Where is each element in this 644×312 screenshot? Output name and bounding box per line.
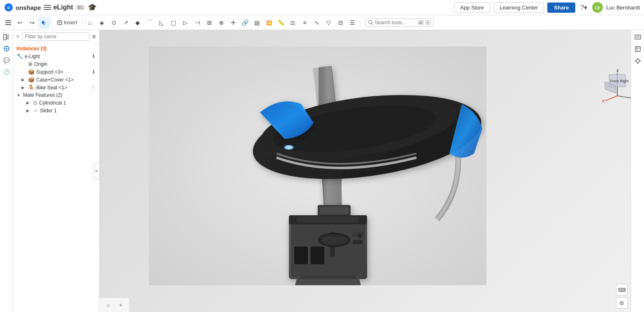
toolbar-sweep-icon[interactable]: ↗ [120,17,132,28]
toolbar-curvature-icon[interactable]: ∿ [311,17,323,28]
toolbar-separator-3 [360,19,360,27]
bike-seat-expand[interactable]: ▶ [21,85,26,90]
hat-icon: 🎓 [88,3,97,12]
cylindrical-expand[interactable]: ▶ [26,100,31,105]
toolbar-select-icon[interactable] [38,17,50,28]
toolbar-isocurve-icon[interactable]: ⊟ [335,17,346,28]
home-view-icon[interactable]: ⌂ [103,300,114,310]
svg-text:LB: LB [595,6,600,10]
help-button[interactable]: ?▾ [579,3,589,12]
toolbar-insert-button[interactable]: + Insert [53,18,81,27]
hamburger-icon[interactable] [44,4,51,11]
svg-rect-8 [5,22,11,23]
toolbar-mate-icon[interactable]: 🔗 [239,17,251,28]
toolbar-loft-icon[interactable]: ◆ [132,17,144,28]
svg-point-40 [322,236,346,244]
toolbar-draft-analysis-icon[interactable]: ▽ [323,17,335,28]
toolbar-pattern-icon[interactable]: ⊞ [204,17,215,28]
right-panel-icon-2[interactable] [632,44,643,54]
svg-rect-62 [637,63,638,64]
svg-point-29 [286,146,292,149]
toolbar-sketch-icon[interactable]: ⌂ [84,17,96,28]
settings-icon[interactable]: ⚙ [616,297,628,309]
tree-item-cylindrical[interactable]: ▶ ⊙ Cylindrical 1 [13,99,99,107]
toolbar-redo-icon[interactable]: ↪ [26,17,38,28]
bottom-right-icons: ⌨ ⚙ [616,284,628,309]
svg-rect-21 [93,35,96,36]
mate-features-expand[interactable]: ▼ [16,93,21,98]
3d-canvas[interactable]: Z X Front Right [100,30,644,312]
right-side-panel [631,30,644,312]
svg-rect-7 [5,20,11,21]
sidebar-history-icon[interactable]: 🕐 [1,66,12,77]
right-panel-icon-3[interactable] [632,56,643,66]
tree-item-bike-seat[interactable]: ▶ 🪑 Bike Seat <1> ⋮ [13,84,99,91]
instances-label: Instances (3) [13,44,99,52]
case-cover-expand[interactable]: ▶ [21,77,26,82]
avatar[interactable]: LB [592,2,603,13]
search-tools-area[interactable]: alt C [365,19,434,27]
toolbar-boolean-icon[interactable]: ⊕ [216,17,227,28]
share-button[interactable]: Share [547,2,575,13]
sidebar-parts-icon[interactable] [1,43,12,54]
svg-text:o: o [7,5,10,10]
viewport[interactable]: Z X Front Right [100,30,644,312]
sidebar-feature-tree-icon[interactable] [1,32,12,42]
svg-line-13 [372,23,373,25]
project-name: eLight [53,4,73,11]
tree-list-view-icon[interactable] [92,33,96,40]
toolbar-revolve-icon[interactable]: ⊙ [108,17,120,28]
svg-rect-36 [294,246,308,265]
slider-expand[interactable]: ▶ [26,108,31,113]
support-action-icon[interactable]: ⬇ [91,69,96,75]
tree-item-mate-features[interactable]: ▼ Mate Features (2) [13,91,99,99]
search-kbd-c: C [425,20,431,25]
toolbar-fillet-icon[interactable]: ⌒ [144,17,156,28]
search-tools-input[interactable] [375,20,416,26]
toolbar-chamfer-icon[interactable]: ◺ [156,17,167,28]
toolbar-extrude-icon[interactable]: ◈ [96,17,108,28]
toolbar-display-states-icon[interactable]: ☰ [347,17,358,28]
e-light-action-icon[interactable]: ⬇ [91,53,96,59]
toolbar-feature-list-icon[interactable] [2,17,14,28]
add-icon[interactable]: ＋ [115,300,126,310]
right-panel-icon-1[interactable] [632,32,643,42]
toolbar-mass-icon[interactable]: ⚖ [287,17,299,28]
svg-text:X: X [602,99,604,103]
svg-line-45 [605,96,617,101]
tree-filter-icon[interactable] [16,34,20,40]
svg-text:Right: Right [620,79,629,83]
svg-rect-42 [353,240,363,244]
toolbar-zebra-icon[interactable]: ≡ [299,17,311,28]
toolbar-explode-icon[interactable]: 💥 [263,17,275,28]
tree-item-e-light[interactable]: 🔧 e-Light ⬇ [13,52,99,60]
tree-filter-input[interactable] [22,33,90,41]
toolbar-measure-icon[interactable]: 📏 [275,17,287,28]
tree-collapse-handle[interactable]: ≡ [94,163,100,179]
svg-rect-64 [639,61,641,61]
tree-item-slider[interactable]: ▶ ↔ Slider 1 [13,107,99,114]
app-store-button[interactable]: App Store [454,2,490,13]
sidebar-comments-icon[interactable]: 💬 [1,55,12,65]
orientation-cube[interactable]: Z X Front Right [599,67,636,104]
toolbar-mirror-icon[interactable]: ⊣ [192,17,203,28]
tree-item-support[interactable]: 📦 Support <3> ⬇ [13,68,99,76]
main-area: 💬 🕐 Instances (3) 🔧 e-Light ⬇ ⊕ Origin 📦… [0,30,644,312]
tree-item-case-cover[interactable]: ▶ 📦 Case+Cover <1> [13,76,99,84]
bike-seat-action-icon[interactable]: ⋮ [91,84,96,91]
svg-point-60 [636,59,639,63]
svg-rect-35 [297,217,359,223]
tree-item-origin[interactable]: ⊕ Origin [13,60,99,68]
toolbar-move-icon[interactable]: ✛ [228,17,239,28]
branch-badge[interactable]: B1 [76,5,85,10]
top-navigation: o onshape eLight B1 🎓 App Store Learning… [0,0,644,15]
svg-rect-14 [4,34,6,40]
search-kbd-alt: alt [418,20,424,25]
toolbar-undo-icon[interactable]: ↩ [14,17,26,28]
keyboard-icon[interactable]: ⌨ [616,284,628,296]
toolbar-shell-icon[interactable]: ▢ [168,17,179,28]
learning-center-button[interactable]: Learning Center [493,2,544,13]
toolbar-section-view-icon[interactable]: ▤ [251,17,263,28]
svg-text:+: + [58,20,61,25]
toolbar-draft-icon[interactable]: ▷ [180,17,191,28]
